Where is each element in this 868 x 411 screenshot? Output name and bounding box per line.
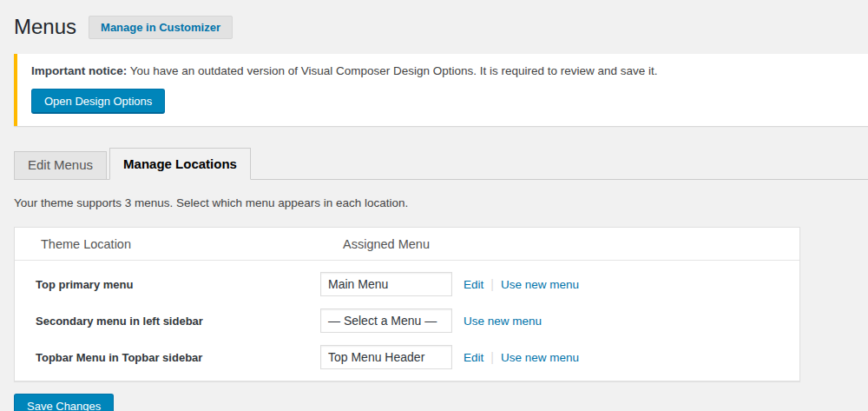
theme-menus-intro-text: Your theme supports 3 menus. Select whic… [14,196,868,209]
use-new-menu-link[interactable]: Use new menu [464,315,542,328]
page-title: Menus [14,14,76,40]
important-notice-banner: Important notice: You have an outdated v… [14,54,868,126]
table-row-topbar-menu: Topbar Menu in Topbar sidebar Top Menu H… [15,339,799,381]
edit-menu-link[interactable]: Edit [464,351,483,364]
menus-tab-bar: Edit Menus Manage Locations [14,148,868,180]
location-label: Secondary menu in left sidebar [15,302,320,339]
page-header: Menus Manage in Customizer [14,14,868,40]
table-header-row: Theme Location Assigned Menu [15,228,799,261]
location-label: Top primary menu [15,261,320,303]
assigned-menu-select[interactable]: Top Menu Header [320,345,452,369]
manage-in-customizer-button[interactable]: Manage in Customizer [89,16,233,39]
menus-admin-page: Menus Manage in Customizer Important not… [0,0,868,411]
menu-locations-card: Theme Location Assigned Menu Top primary… [14,227,800,381]
tab-edit-menus[interactable]: Edit Menus [14,151,107,179]
column-header-assigned-menu: Assigned Menu [320,228,799,261]
link-separator: | [490,277,494,291]
edit-menu-link[interactable]: Edit [464,278,483,291]
tab-manage-locations[interactable]: Manage Locations [109,148,251,180]
assigned-menu-select[interactable]: — Select a Menu — [320,308,452,333]
table-row-top-primary-menu: Top primary menu Main Menu Edit | Use ne… [15,261,799,303]
notice-bold-prefix: Important notice: [31,64,127,77]
link-separator: | [490,350,494,364]
assigned-menu-select[interactable]: Main Menu [320,272,452,296]
table-row-secondary-menu: Secondary menu in left sidebar — Select … [15,302,799,339]
open-design-options-button[interactable]: Open Design Options [31,89,165,114]
use-new-menu-link[interactable]: Use new menu [501,278,579,291]
notice-message: You have an outdated version of Visual C… [127,64,657,77]
column-header-theme-location: Theme Location [15,228,320,261]
save-row: Save Changes [14,394,868,411]
use-new-menu-link[interactable]: Use new menu [501,351,579,364]
notice-text: Important notice: You have an outdated v… [31,63,858,78]
location-label: Topbar Menu in Topbar sidebar [15,339,320,381]
save-changes-button[interactable]: Save Changes [14,394,114,411]
menu-locations-table: Theme Location Assigned Menu Top primary… [15,228,799,381]
